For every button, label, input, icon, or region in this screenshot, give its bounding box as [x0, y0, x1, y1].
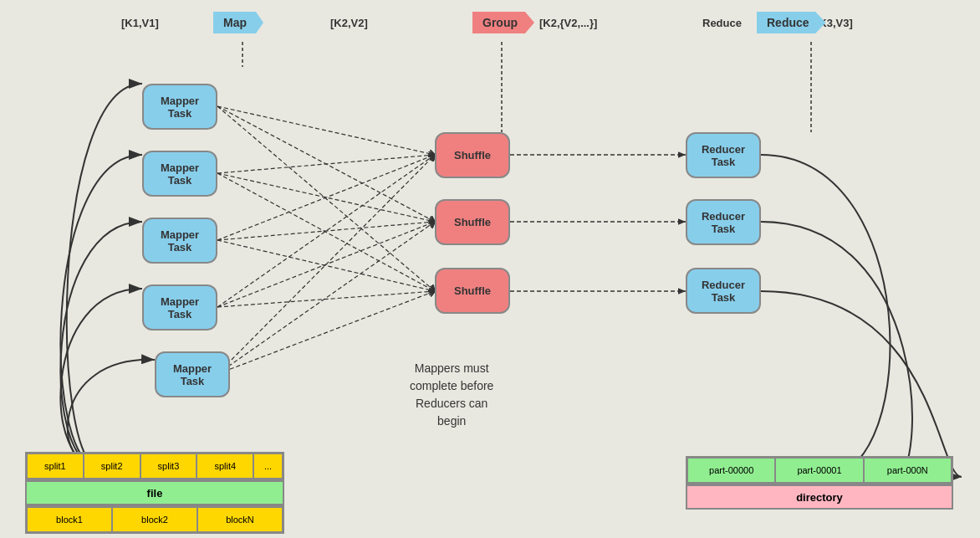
group-arrow: Group: [472, 12, 534, 33]
part-00001: part-00001: [775, 458, 863, 483]
k1v1-label: [K1,V1]: [121, 17, 159, 29]
svg-line-18: [217, 222, 435, 374]
mapper-task-1: MapperTask: [142, 84, 217, 130]
shuffle-task-3: Shuffle: [435, 268, 510, 314]
split2: split2: [84, 453, 140, 479]
note-text: Mappers mustcomplete beforeReducers canb…: [410, 360, 493, 430]
svg-line-12: [217, 222, 435, 240]
split4: split4: [197, 453, 253, 479]
block2: block2: [112, 507, 197, 532]
svg-line-11: [217, 155, 435, 240]
parts-row: part-00000 part-00001 part-000N: [686, 456, 953, 484]
svg-line-5: [217, 106, 435, 155]
split-ellipsis: ...: [253, 453, 283, 479]
reducer-task-1: ReducerTask: [686, 132, 761, 178]
svg-line-14: [217, 155, 435, 307]
svg-line-16: [217, 291, 435, 307]
svg-line-10: [217, 173, 435, 291]
reduce-word-label: Reduce: [702, 17, 742, 29]
shuffle-task-1: Shuffle: [435, 132, 510, 178]
split3: split3: [140, 453, 197, 479]
file-label: file: [25, 480, 284, 505]
part-00000: part-00000: [687, 458, 775, 483]
split1: split1: [27, 453, 84, 479]
k2v2-label: [K2,V2]: [330, 17, 368, 29]
directory-label: directory: [686, 484, 953, 510]
svg-line-6: [217, 106, 435, 222]
group-label: Group: [472, 12, 534, 33]
bottom-left-container: split1 split2 split3 split4 ... file blo…: [25, 452, 284, 534]
svg-line-19: [217, 291, 435, 374]
diagram-container: [K1,V1] [K2,V2] [K2,{V2,...}] Reduce [K3…: [0, 0, 980, 538]
svg-line-9: [217, 173, 435, 222]
shuffle-task-2: Shuffle: [435, 199, 510, 245]
svg-line-15: [217, 222, 435, 307]
splits-row: split1 split2 split3 split4 ...: [25, 452, 284, 480]
svg-line-8: [217, 155, 435, 173]
bottom-right-container: part-00000 part-00001 part-000N director…: [686, 456, 953, 510]
k2v2set-label: [K2,{V2,...}]: [539, 17, 597, 29]
block1: block1: [27, 507, 112, 532]
svg-line-13: [217, 240, 435, 291]
mapper-task-3: MapperTask: [142, 218, 217, 264]
reduce-label: Reduce: [757, 12, 826, 33]
blocks-row: block1 block2 blockN: [25, 505, 284, 534]
mapper-task-5: MapperTask: [155, 351, 230, 397]
svg-line-7: [217, 106, 435, 291]
mapper-task-4: MapperTask: [142, 284, 217, 330]
reduce-arrow: Reduce: [757, 12, 826, 33]
reducer-task-3: ReducerTask: [686, 268, 761, 314]
part-000N: part-000N: [864, 458, 952, 483]
blockN: blockN: [197, 507, 283, 532]
map-label: Map: [213, 12, 263, 33]
map-arrow: Map: [213, 12, 263, 33]
svg-line-17: [217, 155, 435, 374]
mapper-task-2: MapperTask: [142, 151, 217, 197]
reducer-task-2: ReducerTask: [686, 199, 761, 245]
